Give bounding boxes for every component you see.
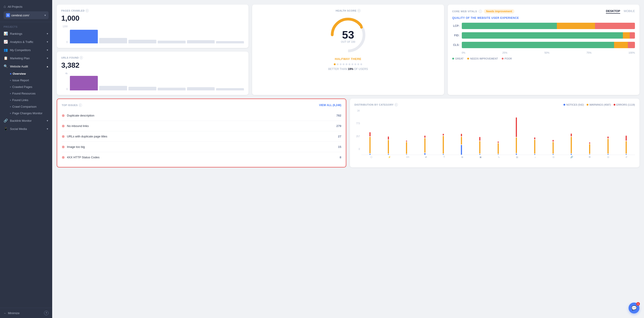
issues-info-icon[interactable]: i <box>79 104 82 107</box>
bar-segment <box>70 76 98 90</box>
urls-found-label: URLS FOUND i <box>61 56 244 59</box>
issue-error-icon: ⊗ <box>62 124 65 128</box>
dist-column <box>416 114 434 155</box>
pages-crawled-chart: 1200 0 <box>61 25 244 43</box>
project-name: cerebral.com/ <box>11 14 43 17</box>
chevron-icon: ▼ <box>46 49 48 51</box>
health-gauge: 53 OUT OF 100 <box>328 15 368 56</box>
subnav-item-crawled-pages[interactable]: Crawled Pages <box>0 84 52 90</box>
warning-bar <box>443 136 444 153</box>
cwv-legend-item: NEEDS IMPROVEMENT <box>467 57 498 60</box>
cwv-bar-track <box>462 42 635 48</box>
x-icon: ⛨ <box>581 156 598 158</box>
sidebar-item-rankings[interactable]: 📊 Rankings ▼ <box>0 30 52 38</box>
legend-dot <box>467 58 469 60</box>
dist-label: DISTRIBUTION BY CATEGORY i <box>354 103 398 106</box>
error-bar <box>461 134 462 136</box>
pages-crawled-info-icon[interactable]: i <box>86 9 89 12</box>
nav-dot <box>10 93 11 94</box>
chat-button[interactable]: 💬 1 <box>628 302 640 313</box>
cwv-segment <box>614 42 628 48</box>
subnav-item-page-changes[interactable]: Page Changes Monitor <box>0 110 52 117</box>
sidebar-item-backlink[interactable]: 🔗 Backlink Monitor ▼ <box>0 117 52 125</box>
chevron-down-icon: ▼ <box>44 14 46 17</box>
subnav-item-found-links[interactable]: Found Links <box>0 97 52 103</box>
cwv-info-icon[interactable]: i <box>479 10 482 13</box>
issues-header: TOP ISSUES i VIEW ALL (6,248) <box>62 104 341 107</box>
project-selector[interactable]: S cerebral.com/ ▼ <box>4 11 48 19</box>
cwv-subtitle: QUALITY OF THE WEBSITE USER EXPERIENCE <box>452 16 635 20</box>
bar-segment <box>158 88 186 90</box>
cwv-bar-label: LCP: <box>452 24 460 28</box>
warning-bar <box>626 141 627 154</box>
legend-label: POOR <box>505 57 512 60</box>
error-bar <box>516 117 517 137</box>
warning-bar <box>406 142 407 154</box>
top-row: PAGES CRAWLED i 1,000 1200 0 URLS FOUND … <box>57 5 640 95</box>
all-projects-link[interactable]: ⌂ All Projects <box>4 4 48 11</box>
warning-bar <box>479 141 480 154</box>
x-icon: ⊡ <box>545 156 562 158</box>
website-audit-subnav: Overview Issue Report Crawled Pages Foun… <box>0 70 52 117</box>
cwv-segment <box>462 32 623 39</box>
tab-mobile[interactable]: MOBILE <box>624 9 635 14</box>
dist-dot <box>564 104 565 106</box>
notice-bar <box>498 154 499 155</box>
issue-row[interactable]: ⊗ 4XX HTTP Status Codes 8 <box>62 152 341 162</box>
sidebar-item-website-audit[interactable]: 🔍 Website Audit ▲ <box>0 62 52 70</box>
subnav-item-overview[interactable]: Overview <box>0 70 52 77</box>
sidebar-item-marketing[interactable]: 📋 Marketing Plan ▼ <box>0 54 52 62</box>
cwv-header: CORE WEB VITALS i Needs improvement DESK… <box>452 9 635 14</box>
health-score-info-icon[interactable]: i <box>358 9 360 12</box>
minimize-label: Minimize <box>8 311 20 315</box>
sidebar-item-competitors[interactable]: 👥 My Competitors ▼ <box>0 46 52 54</box>
dist-column <box>490 114 507 155</box>
x-axis-label: 25% <box>502 51 508 54</box>
cwv-segment <box>462 23 557 29</box>
notice-bar <box>406 154 407 155</box>
subnav-item-issue-report[interactable]: Issue Report <box>0 77 52 84</box>
help-button[interactable]: ? <box>44 311 48 315</box>
warning-bar <box>571 137 572 153</box>
subnav-item-crawl-comparison[interactable]: Crawl Comparison <box>0 103 52 110</box>
issue-row[interactable]: ⊗ No inbound links 279 <box>62 121 341 131</box>
issue-count: 15 <box>338 145 341 149</box>
notice-bar <box>424 153 426 155</box>
error-bar <box>534 137 535 139</box>
notice-bar <box>516 154 517 155</box>
urls-found-value: 3,382 <box>61 61 244 70</box>
x-icon: ⬡ <box>362 156 380 158</box>
dot <box>346 63 348 65</box>
health-score-status: HALFWAY THERE <box>335 57 361 61</box>
minimize-arrow-icon: ← <box>4 311 6 315</box>
x-axis-label: 75% <box>586 51 592 54</box>
sidebar-item-analytics[interactable]: 📈 Analytics & Traffic ▼ <box>0 38 52 46</box>
x-icon: ∿ <box>490 156 508 158</box>
issue-error-icon: ⊗ <box>62 134 65 139</box>
x-axis-label: 100% <box>628 51 635 54</box>
view-all-link[interactable]: VIEW ALL (6,248) <box>319 104 341 107</box>
issue-row[interactable]: ⊗ URLs with duplicate page titles 27 <box>62 131 341 142</box>
urls-found-info-icon[interactable]: i <box>80 56 83 59</box>
audit-icon: 🔍 <box>4 64 8 68</box>
dist-column <box>581 114 598 155</box>
warning-bar <box>589 144 590 154</box>
issue-row[interactable]: ⊗ Image too big 15 <box>62 142 341 152</box>
minimize-button[interactable]: ← Minimize <box>4 311 20 315</box>
nav-dot <box>10 80 11 81</box>
dist-info-icon[interactable]: i <box>394 103 398 106</box>
tab-desktop[interactable]: DESKTOP <box>606 9 620 14</box>
sidebar-item-social[interactable]: 📱 Social Media ▼ <box>0 125 52 133</box>
issue-count: 279 <box>336 124 341 128</box>
issue-name: 4XX HTTP Status Codes <box>67 156 338 159</box>
dist-header: DISTRIBUTION BY CATEGORY i NOTICES (542)… <box>354 103 635 106</box>
dist-legend-label: WARNINGS (4587) <box>589 103 611 106</box>
chevron-icon: ▼ <box>46 33 48 35</box>
legend-label: NEEDS IMPROVEMENT <box>470 57 498 60</box>
dot <box>337 63 338 65</box>
issue-row[interactable]: ⊗ Duplicate description 782 <box>62 110 341 121</box>
x-axis-label: 0% <box>462 51 466 54</box>
cwv-bar-row: LCP: <box>452 23 635 29</box>
subnav-item-found-resources[interactable]: Found Resources <box>0 90 52 97</box>
dist-column <box>544 114 562 155</box>
